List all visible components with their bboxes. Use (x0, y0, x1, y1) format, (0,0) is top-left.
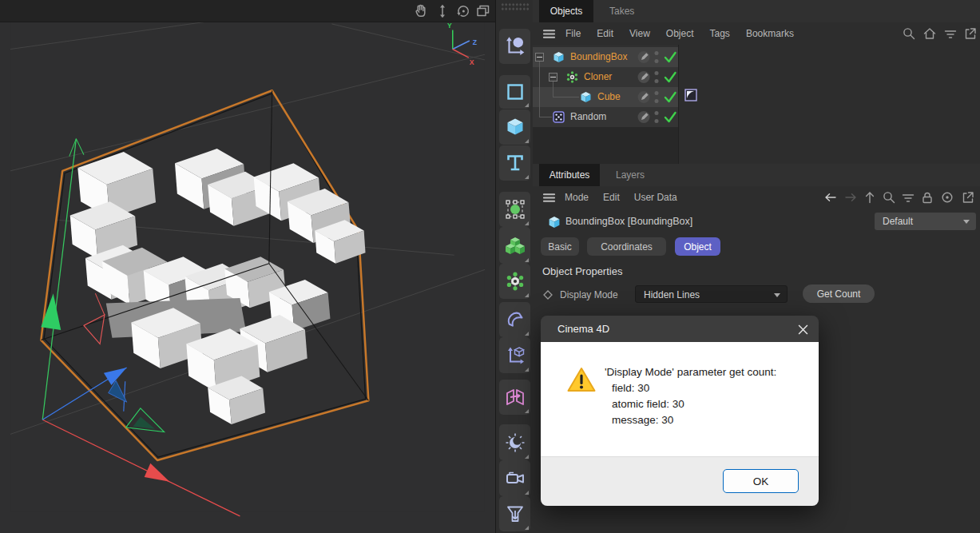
home-icon[interactable] (922, 26, 938, 42)
expander-cloner[interactable] (549, 73, 557, 82)
tab-objects[interactable]: Objects (539, 0, 593, 22)
ok-button[interactable]: OK (723, 469, 799, 493)
object-tree: BoundingBox Cloner Cube Random (533, 45, 980, 164)
chevron-down-icon (774, 293, 780, 297)
gizmo-y-label: Y (447, 22, 452, 30)
toggle-fullscreen-icon[interactable] (474, 2, 492, 20)
menu-view[interactable]: View (629, 28, 650, 39)
camera-tool[interactable] (499, 460, 530, 496)
cloner-tool[interactable] (499, 264, 530, 299)
cube-icon (553, 51, 565, 63)
expander-boundingbox[interactable] (535, 53, 544, 62)
tab-object[interactable]: Object (675, 237, 720, 256)
object-label-cube[interactable]: Cube (597, 87, 621, 107)
menu-edit[interactable]: Edit (603, 192, 620, 203)
dialog-body: 'Display Mode' parameter get count: fiel… (541, 342, 819, 456)
display-mode-dropdown[interactable]: Hidden Lines (635, 285, 788, 303)
dialog-message-line: field: 30 (612, 380, 776, 396)
viewport-panel: Y Z X (0, 0, 495, 533)
display-mode-value: Hidden Lines (644, 286, 700, 304)
dialog-titlebar[interactable]: Cinema 4D (541, 316, 819, 342)
menu-mode[interactable]: Mode (565, 192, 589, 203)
attributes-tabbar: Attributes Layers (533, 164, 980, 186)
tab-coordinates[interactable]: Coordinates (587, 237, 666, 256)
cube-icon (580, 91, 592, 103)
tab-basic-label: Basic (548, 241, 571, 253)
tab-attributes-label: Attributes (550, 169, 590, 181)
search-icon[interactable] (901, 26, 917, 42)
alert-dialog: Cinema 4D 'Display Mode' parameter get c… (541, 316, 819, 506)
menu-tags[interactable]: Tags (710, 28, 730, 39)
objects-menu: File Edit View Object Tags Bookmarks (565, 22, 794, 45)
hamburger-menu-icon[interactable] (542, 190, 557, 205)
filter-icon[interactable] (942, 26, 958, 42)
dialog-message: 'Display Mode' parameter get count: fiel… (605, 364, 776, 428)
manager-panels: Objects Takes File Edit View Object Tags… (533, 0, 980, 533)
object-label-cloner[interactable]: Cloner (584, 67, 612, 87)
close-icon[interactable] (798, 324, 808, 334)
axis-cube-tool[interactable] (499, 337, 530, 373)
tab-attributes[interactable]: Attributes (539, 164, 600, 186)
filter-icon[interactable] (900, 189, 916, 205)
new-window-icon[interactable] (960, 189, 976, 205)
tab-coordinates-label: Coordinates (601, 241, 653, 253)
pan-hand-icon[interactable] (412, 2, 430, 20)
section-heading: Object Properties (542, 265, 622, 277)
dialog-message-line: 'Display Mode' parameter get count: (605, 364, 776, 380)
text-tool[interactable] (499, 145, 530, 181)
row-controls-random[interactable] (625, 107, 680, 127)
menu-file[interactable]: File (565, 28, 581, 39)
target-icon[interactable] (939, 189, 955, 205)
dialog-message-line: atomic field: 30 (612, 396, 776, 412)
diamond-key-icon[interactable] (543, 288, 553, 298)
random-effector-icon (553, 111, 565, 123)
object-label-random[interactable]: Random (570, 107, 606, 127)
row-controls-cloner[interactable] (625, 67, 680, 87)
menu-user-data[interactable]: User Data (634, 192, 677, 203)
row-controls-boundingbox[interactable] (625, 47, 680, 67)
back-arrow-icon[interactable] (823, 189, 839, 205)
tab-objects-label: Objects (550, 6, 583, 17)
attributes-menu: Mode Edit User Data (565, 186, 677, 209)
viewport-canvas[interactable]: Y Z X (0, 22, 495, 533)
preset-dropdown[interactable]: Default (875, 213, 976, 230)
bend-deformer-tool[interactable] (499, 302, 530, 337)
subdivision-surface-tool[interactable] (499, 192, 530, 227)
hamburger-menu-icon[interactable] (542, 26, 557, 42)
cube-icon (548, 216, 560, 228)
display-mode-label: Display Mode (560, 286, 618, 304)
dolly-zoom-icon[interactable] (434, 2, 451, 20)
tab-takes[interactable]: Takes (609, 0, 634, 22)
row-controls-cube[interactable] (625, 87, 680, 107)
orbit-rotate-icon[interactable] (454, 2, 472, 20)
stage-funnel-tool[interactable] (499, 496, 530, 531)
gizmo-x-label: X (470, 58, 474, 66)
up-arrow-icon[interactable] (862, 189, 878, 205)
search-icon[interactable] (881, 189, 897, 205)
lock-icon[interactable] (919, 189, 935, 205)
attributes-menubar: Mode Edit User Data (533, 186, 980, 208)
tab-basic[interactable]: Basic (541, 237, 579, 256)
object-label-boundingbox[interactable]: BoundingBox (570, 47, 627, 67)
symmetry-tool[interactable] (499, 380, 530, 415)
phong-tag[interactable] (684, 89, 697, 101)
menu-bookmarks[interactable]: Bookmarks (746, 28, 794, 39)
tab-layers[interactable]: Layers (616, 164, 645, 186)
new-window-icon[interactable] (962, 26, 978, 42)
cube-primitive-tool[interactable] (499, 109, 530, 145)
ok-button-label: OK (753, 475, 769, 487)
menu-edit[interactable]: Edit (597, 28, 613, 39)
light-tool[interactable] (499, 424, 530, 460)
viewport-titlebar (0, 0, 495, 22)
tool-palette (495, 0, 533, 533)
menu-object[interactable]: Object (666, 28, 694, 39)
get-count-button[interactable]: Get Count (803, 284, 875, 303)
rectangle-spline-tool[interactable] (499, 75, 530, 109)
array-tool[interactable] (499, 227, 530, 264)
dialog-footer: OK (541, 456, 819, 506)
palette-drag-handle[interactable] (501, 2, 530, 11)
selected-object-title: BoundingBox [BoundingBox] (565, 208, 692, 235)
forward-arrow-icon[interactable] (843, 189, 859, 205)
objects-menubar: File Edit View Object Tags Bookmarks (533, 22, 980, 45)
object-axis-tool[interactable] (499, 29, 530, 64)
